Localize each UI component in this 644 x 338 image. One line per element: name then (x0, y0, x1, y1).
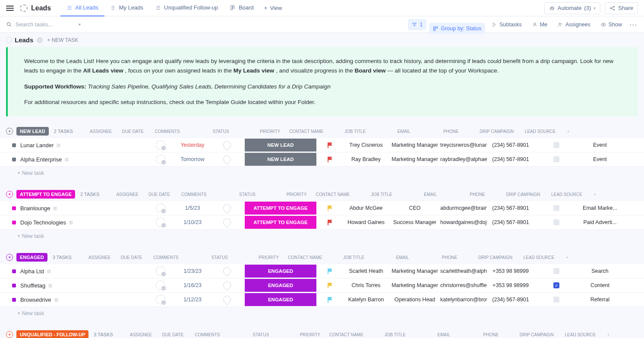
col-priority[interactable]: PRIORITY (297, 332, 323, 337)
col-due-date[interactable]: DUE DATE (114, 255, 149, 260)
tab-all-leads[interactable]: All Leads (60, 0, 104, 16)
job-title[interactable]: CEO (389, 205, 440, 211)
status-badge[interactable]: ENGAGED (245, 279, 316, 292)
col-phone[interactable]: PHONE (426, 255, 474, 260)
tab-my-leads[interactable]: My Leads (104, 0, 149, 16)
col-phone[interactable]: PHONE (427, 129, 475, 134)
drip-checkbox[interactable] (553, 268, 559, 274)
col-comments[interactable]: COMMENTS (150, 129, 185, 134)
task-row[interactable]: Dojo Technologies ▤ 1/10/23 ATTEMPT TO E… (0, 215, 644, 230)
assignee-add-icon[interactable] (156, 266, 165, 276)
assignee-add-icon[interactable] (156, 295, 165, 304)
add-column-button[interactable]: + (588, 192, 601, 197)
collapse-icon[interactable]: ▾ (6, 128, 13, 135)
task-row[interactable]: Brainlounge ▤ 1/5/23 ATTEMPT TO ENGAGE A… (0, 201, 644, 215)
due-date[interactable]: 1/5/23 (175, 205, 210, 211)
col-due-date[interactable]: DUE DATE (142, 192, 177, 197)
due-date[interactable]: 1/10/23 (175, 219, 210, 225)
col-contact-name[interactable]: CONTACT NAME (309, 192, 356, 197)
add-view-button[interactable]: + View (264, 5, 282, 11)
col-email[interactable]: EMAIL (381, 129, 427, 134)
status-dot[interactable] (12, 269, 16, 273)
lead-source[interactable]: Event (578, 156, 622, 162)
comment-icon[interactable] (221, 265, 232, 276)
task-row[interactable]: Lunar Lander ▤ Yesterday NEW LEAD Trey C… (0, 138, 644, 152)
more-icon[interactable]: ⋯ (628, 20, 638, 29)
phone[interactable]: (234) 567-8901 (487, 205, 534, 211)
phone[interactable]: (234) 567-8901 (487, 156, 534, 162)
col-email[interactable]: EMAIL (420, 332, 467, 337)
email[interactable]: christorres@shufflet (440, 282, 487, 288)
col-priority[interactable]: PRIORITY (284, 192, 309, 197)
status-dot[interactable] (12, 206, 16, 210)
new-task-inline[interactable]: + New task (0, 167, 644, 180)
status-dot[interactable] (12, 284, 16, 287)
flag-icon[interactable] (328, 283, 332, 288)
automate-button[interactable]: Automate (3) ▾ (544, 2, 601, 14)
col-contact-name[interactable]: CONTACT NAME (282, 255, 328, 260)
col-drip-campaign[interactable]: DRIP CAMPAIGN (501, 192, 545, 197)
me-button[interactable]: Me (528, 19, 551, 30)
comment-icon[interactable] (221, 217, 232, 227)
col-job-title[interactable]: JOB TITLE (369, 332, 420, 337)
contact-name[interactable]: Howard Gaines (343, 219, 389, 225)
col-lead-source[interactable]: LEAD SOURCE (519, 129, 562, 134)
comment-icon[interactable] (221, 280, 232, 291)
task-row[interactable]: Alpha Enterprise ▤ Tomorrow NEW LEAD Ray… (0, 152, 644, 167)
col-status[interactable]: STATUS (185, 129, 257, 134)
job-title[interactable]: Marketing Manager (389, 282, 440, 288)
lead-source[interactable]: Email Marke... (578, 205, 622, 211)
flag-icon[interactable] (328, 297, 332, 303)
task-row[interactable]: Shuffletag ▤ 1/16/23 ENGAGED Chris Torre… (0, 278, 644, 293)
flag-icon[interactable] (328, 220, 332, 225)
tab-board[interactable]: Board (224, 0, 260, 16)
flag-icon[interactable] (328, 142, 332, 148)
due-date[interactable]: Tomorrow (175, 156, 210, 162)
group-by-button[interactable]: Group by: Status (429, 23, 485, 34)
job-title[interactable]: Marketing Manager (389, 156, 440, 162)
due-date[interactable]: Yesterday (175, 142, 210, 148)
email[interactable]: abdurmcgee@brainlo (440, 205, 487, 211)
col-assignee[interactable]: ASSIGNEE (86, 129, 116, 134)
col-priority[interactable]: PRIORITY (257, 129, 283, 134)
comment-icon[interactable] (221, 154, 232, 164)
col-contact-name[interactable]: CONTACT NAME (283, 129, 330, 134)
contact-name[interactable]: Ray Bradley (343, 156, 389, 162)
col-email[interactable]: EMAIL (379, 255, 426, 260)
drip-checkbox[interactable] (553, 156, 559, 162)
drip-checkbox[interactable]: ✓ (553, 282, 559, 288)
col-due-date[interactable]: DUE DATE (155, 332, 190, 337)
flag-icon[interactable] (328, 269, 332, 274)
subtasks-button[interactable]: Subtasks (488, 19, 525, 30)
col-job-title[interactable]: JOB TITLE (330, 129, 381, 134)
assignee-add-icon[interactable] (156, 140, 165, 150)
status-label[interactable]: NEW LEAD (16, 127, 49, 136)
email[interactable]: katelynbarron@brows (440, 297, 487, 303)
email[interactable]: howardgaines@dojot (440, 219, 487, 225)
share-button[interactable]: Share (605, 2, 638, 14)
col-status[interactable]: STATUS (224, 332, 297, 337)
add-column-button[interactable]: + (602, 332, 615, 337)
col-status[interactable]: STATUS (183, 255, 256, 260)
assignees-button[interactable]: Assignees (554, 19, 594, 30)
task-row[interactable]: Browsedrive ▤ 1/12/23 ENGAGED Katelyn Ba… (0, 293, 644, 307)
col-assignee[interactable]: ASSIGNEE (85, 255, 114, 260)
status-dot[interactable] (12, 221, 16, 224)
assignee-add-icon[interactable] (156, 203, 165, 213)
contact-name[interactable]: Abdur McGee (343, 205, 389, 211)
add-column-button[interactable]: + (562, 129, 575, 134)
col-comments[interactable]: COMMENTS (190, 332, 224, 337)
email[interactable]: treycisneros@lunarla (440, 142, 487, 148)
contact-name[interactable]: Trey Cisneros (343, 142, 389, 148)
status-label[interactable]: ENGAGED (16, 253, 47, 262)
status-dot[interactable] (12, 298, 16, 302)
new-task-inline[interactable]: + New task (0, 307, 644, 320)
phone[interactable]: (234) 567-8901 (487, 297, 534, 303)
job-title[interactable]: Success Manager (389, 219, 440, 225)
col-phone[interactable]: PHONE (454, 192, 501, 197)
collapse-icon[interactable]: ▾ (6, 331, 13, 338)
comment-icon[interactable] (221, 202, 232, 213)
assignee-add-icon[interactable] (156, 281, 165, 290)
col-comments[interactable]: COMMENTS (149, 255, 183, 260)
phone[interactable]: +353 98 98999 (487, 282, 534, 288)
